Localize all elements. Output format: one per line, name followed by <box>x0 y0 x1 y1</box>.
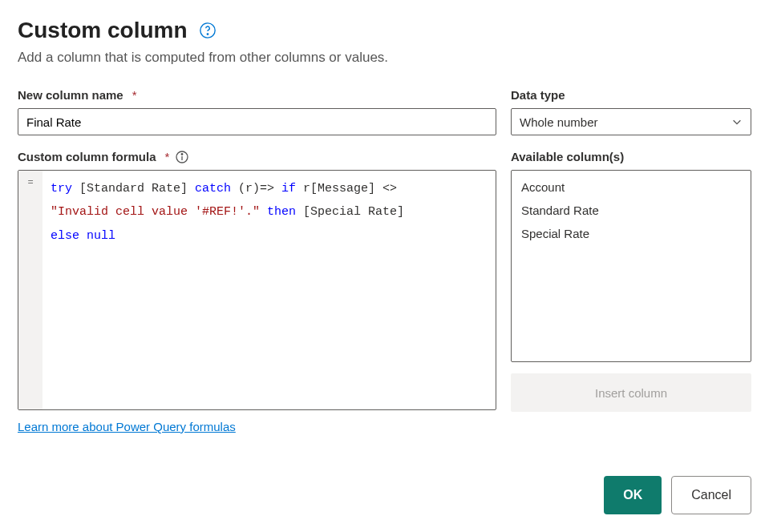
page-title: Custom column <box>18 18 188 43</box>
required-asterisk: * <box>132 88 137 102</box>
new-column-name-input[interactable] <box>18 108 496 135</box>
data-type-label: Data type <box>511 88 565 102</box>
chevron-down-icon <box>731 116 743 127</box>
data-type-value: Whole number <box>520 115 598 129</box>
list-item[interactable]: Standard Rate <box>512 199 751 222</box>
learn-more-link[interactable]: Learn more about Power Query formulas <box>18 420 236 433</box>
formula-editor[interactable]: = try [Standard Rate] catch (r)=> if r[M… <box>18 170 496 410</box>
available-columns-list: Account Standard Rate Special Rate <box>511 170 751 362</box>
available-columns-label: Available column(s) <box>511 150 624 163</box>
required-asterisk: * <box>165 150 170 163</box>
formula-label: Custom column formula <box>18 150 156 163</box>
page-subtitle: Add a column that is computed from other… <box>18 50 751 66</box>
insert-column-button: Insert column <box>511 373 751 412</box>
formula-gutter: = <box>18 171 42 409</box>
list-item[interactable]: Special Rate <box>512 222 751 245</box>
data-type-select[interactable]: Whole number <box>511 108 751 135</box>
formula-code[interactable]: try [Standard Rate] catch (r)=> if r[Mes… <box>42 171 496 409</box>
list-item[interactable]: Account <box>512 175 751 199</box>
info-icon[interactable] <box>176 151 188 163</box>
cancel-button[interactable]: Cancel <box>671 476 751 514</box>
svg-point-1 <box>207 34 208 34</box>
svg-point-4 <box>182 153 184 155</box>
new-column-name-label: New column name <box>18 88 123 102</box>
help-icon[interactable] <box>199 22 217 39</box>
ok-button[interactable]: OK <box>604 476 662 514</box>
